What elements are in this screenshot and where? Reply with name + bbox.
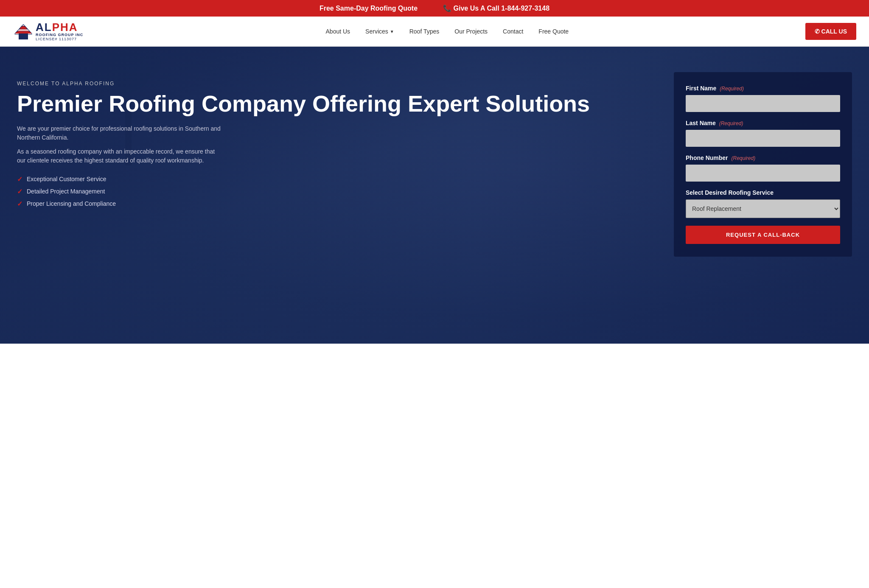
nav-projects[interactable]: Our Projects bbox=[447, 25, 495, 38]
logo-subtitle: ROOFING GROUP INC bbox=[36, 33, 83, 37]
nav-roof-types[interactable]: Roof Types bbox=[402, 25, 447, 38]
promo-text: Free Same-Day Roofing Quote bbox=[320, 5, 418, 12]
submit-button[interactable]: REQUEST A CALL-BACK bbox=[686, 226, 840, 244]
svg-rect-6 bbox=[15, 32, 32, 34]
welcome-label: WELCOME TO ALPHA ROOFING bbox=[17, 81, 657, 87]
list-item: ✓ Proper Licensing and Compliance bbox=[17, 200, 657, 208]
svg-rect-4 bbox=[15, 27, 32, 28]
service-select-label: Select Desired Roofing Service bbox=[686, 189, 840, 196]
phone-icon: 📞 bbox=[443, 5, 451, 12]
hero-description-1: We are your premier choice for professio… bbox=[17, 124, 221, 142]
last-name-label: Last Name (Required) bbox=[686, 120, 840, 126]
hero-title: Premier Roofing Company Offering Expert … bbox=[17, 92, 657, 116]
contact-form: First Name (Required) Last Name (Require… bbox=[686, 85, 840, 244]
call-us-button[interactable]: ✆ CALL US bbox=[805, 23, 856, 40]
svg-rect-8 bbox=[19, 34, 28, 39]
navbar: ALPHA ROOFING GROUP INC LICENSE# 1113077… bbox=[0, 17, 869, 47]
top-banner: Free Same-Day Roofing Quote 📞 Give Us A … bbox=[0, 0, 869, 17]
hero-checklist: ✓ Exceptional Customer Service ✓ Detaile… bbox=[17, 175, 657, 208]
first-name-required: (Required) bbox=[720, 86, 744, 92]
first-name-input[interactable] bbox=[686, 95, 840, 112]
service-select[interactable]: Roof Replacement Roof Repair New Roof In… bbox=[686, 199, 840, 218]
last-name-input[interactable] bbox=[686, 130, 840, 147]
nav-about[interactable]: About Us bbox=[318, 25, 358, 38]
nav-free-quote[interactable]: Free Quote bbox=[531, 25, 576, 38]
phone-required: (Required) bbox=[731, 155, 755, 161]
hero-content: WELCOME TO ALPHA ROOFING Premier Roofing… bbox=[0, 47, 869, 344]
phone-input[interactable] bbox=[686, 165, 840, 182]
list-item: ✓ Detailed Project Management bbox=[17, 188, 657, 196]
services-dropdown-arrow: ▼ bbox=[390, 29, 394, 34]
check-icon-1: ✓ bbox=[17, 175, 22, 183]
logo-license: LICENSE# 1113077 bbox=[36, 37, 83, 41]
hero-left-content: WELCOME TO ALPHA ROOFING Premier Roofing… bbox=[17, 72, 657, 208]
logo-area: ALPHA ROOFING GROUP INC LICENSE# 1113077 bbox=[13, 21, 89, 42]
nav-services[interactable]: Services ▼ bbox=[358, 25, 402, 38]
nav-links: About Us Services ▼ Roof Types Our Proje… bbox=[89, 25, 805, 38]
contact-form-panel: First Name (Required) Last Name (Require… bbox=[674, 72, 852, 257]
hero-description-2: As a seasoned roofing company with an im… bbox=[17, 147, 221, 165]
check-icon-2: ✓ bbox=[17, 188, 22, 196]
service-select-group: Select Desired Roofing Service Roof Repl… bbox=[686, 189, 840, 218]
check-icon-3: ✓ bbox=[17, 200, 22, 208]
list-item: ✓ Exceptional Customer Service bbox=[17, 175, 657, 183]
logo-name: ALPHA bbox=[36, 22, 83, 33]
phone-group: Phone Number (Required) bbox=[686, 154, 840, 182]
logo-icon bbox=[13, 21, 34, 42]
first-name-label: First Name (Required) bbox=[686, 85, 840, 92]
last-name-group: Last Name (Required) bbox=[686, 120, 840, 147]
nav-contact[interactable]: Contact bbox=[495, 25, 531, 38]
phone-label: Phone Number (Required) bbox=[686, 154, 840, 161]
call-text: 📞 Give Us A Call 1-844-927-3148 bbox=[443, 4, 549, 12]
first-name-group: First Name (Required) bbox=[686, 85, 840, 112]
last-name-required: (Required) bbox=[719, 120, 743, 126]
hero-section: WELCOME TO ALPHA ROOFING Premier Roofing… bbox=[0, 47, 869, 344]
